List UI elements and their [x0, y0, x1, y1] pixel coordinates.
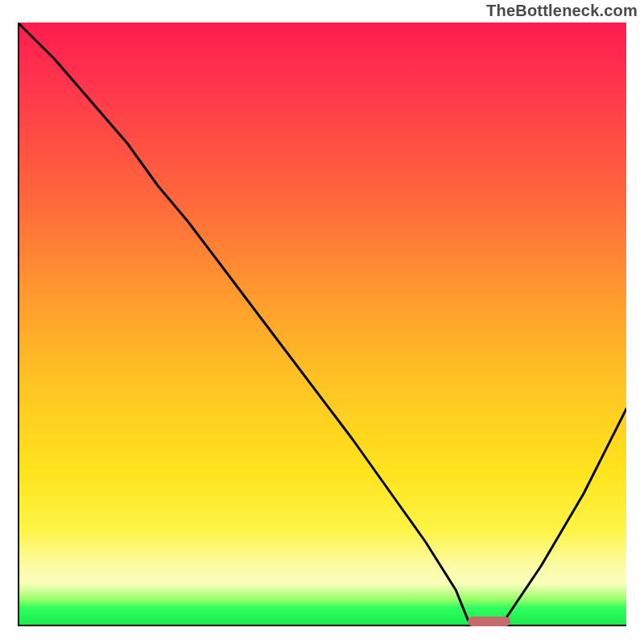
- chart-root: TheBottleneck.com: [0, 0, 644, 644]
- bottleneck-curve: [18, 23, 626, 621]
- optimum-marker: [468, 617, 510, 626]
- watermark-text: TheBottleneck.com: [486, 2, 638, 20]
- plot-area: [18, 23, 626, 626]
- curve-layer: [18, 23, 626, 626]
